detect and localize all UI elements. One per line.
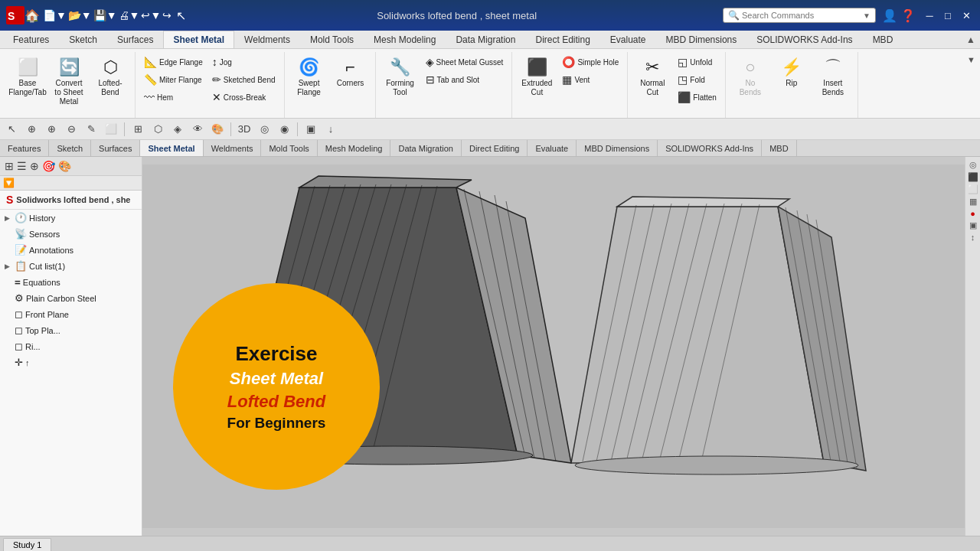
tree-annotations[interactable]: 📝 Annotations	[0, 242, 142, 258]
tree-history[interactable]: ▶ 🕐 History	[0, 210, 142, 226]
vt-realview-btn[interactable]: ◉	[276, 121, 292, 138]
base-flange-button[interactable]: ⬜ BaseFlange/Tab	[8, 54, 47, 103]
tab-direct-editing[interactable]: Direct Editing	[525, 31, 599, 48]
tab-surfaces[interactable]: Surfaces	[107, 31, 163, 48]
vt-edit-appear-btn[interactable]: 🎨	[209, 121, 226, 138]
normal-cut-button[interactable]: ✂ Normal Cut	[632, 54, 672, 103]
miter-flange-button[interactable]: 📏 Miter Flange	[140, 71, 207, 88]
minimize-button[interactable]: ─	[922, 8, 937, 23]
vt-display-btn[interactable]: ▣	[302, 121, 319, 138]
sec-tab-sheet-metal[interactable]: Sheet Metal	[140, 140, 203, 156]
sec-tab-direct-editing[interactable]: Direct Editing	[462, 140, 528, 156]
sec-tab-mbd[interactable]: MBD	[762, 140, 796, 156]
vp-icon-6[interactable]: ▣	[969, 220, 977, 230]
convert-to-sheet-metal-button[interactable]: 🔄 Convertto SheetMetal	[49, 54, 89, 110]
quick-access-open[interactable]: 📂▼	[68, 9, 92, 21]
tab-weldments[interactable]: Weldments	[234, 31, 300, 48]
sidebar-filter-icon[interactable]: 🔽	[3, 178, 15, 188]
vt-section-view-btn[interactable]: ⊞	[129, 121, 146, 138]
ribbon-collapse-icon[interactable]: ▲	[966, 34, 975, 45]
sec-tab-solidworks-addins[interactable]: SOLIDWORKS Add-Ins	[658, 140, 762, 156]
tree-cut-list[interactable]: ▶ 📋 Cut list(1)	[0, 258, 142, 274]
sec-tab-evaluate[interactable]: Evaluate	[528, 140, 577, 156]
vt-zoom-out-btn[interactable]: ⊖	[63, 121, 80, 138]
study-tab-1[interactable]: Study 1	[3, 538, 51, 551]
quick-access-redo[interactable]: ↪	[162, 9, 172, 21]
vt-sketch-btn[interactable]: ✎	[83, 121, 100, 138]
vent-button[interactable]: ▦ Vent	[558, 71, 622, 88]
maximize-button[interactable]: □	[940, 8, 956, 23]
quick-access-print[interactable]: 🖨▼	[119, 9, 140, 21]
tab-and-slot-button[interactable]: ⊟ Tab and Slot	[422, 71, 508, 88]
tab-sketch[interactable]: Sketch	[59, 31, 107, 48]
ribbon-more-icon[interactable]: ▼	[967, 55, 975, 64]
tree-top-plane[interactable]: ◻ Top Pla...	[0, 322, 142, 338]
tab-mbd-dimensions[interactable]: MBD Dimensions	[656, 31, 747, 48]
tab-sheet-metal[interactable]: Sheet Metal	[163, 31, 234, 48]
simple-hole-button[interactable]: ⭕ Simple Hole	[558, 54, 622, 70]
vt-hide-show-btn[interactable]: 👁	[189, 121, 206, 138]
tab-mesh-modeling[interactable]: Mesh Modeling	[364, 31, 446, 48]
help-icon[interactable]: ❓	[900, 8, 916, 23]
fold-button[interactable]: ◳ Fold	[674, 71, 720, 88]
tree-origin[interactable]: ✛ ↑	[0, 354, 142, 370]
user-icon[interactable]: 👤	[882, 8, 897, 23]
vt-zoom-in-btn[interactable]: ⊕	[43, 121, 60, 138]
vt-arrow-btn[interactable]: ↓	[322, 121, 339, 138]
flatten-button[interactable]: ⬛ Flatten	[674, 89, 720, 106]
vt-box-select-btn[interactable]: ⬜	[103, 121, 119, 138]
sec-tab-mbd-dimensions[interactable]: MBD Dimensions	[577, 140, 658, 156]
sidebar-icon-3[interactable]: ⊕	[30, 160, 39, 172]
tab-mbd[interactable]: MBD	[863, 31, 903, 48]
vp-icon-5[interactable]: ●	[970, 209, 975, 218]
insert-bends-button[interactable]: ⌒ InsertBends	[813, 54, 853, 103]
vt-select-btn[interactable]: ↖	[3, 121, 20, 138]
quick-access-save[interactable]: 💾▼	[93, 9, 117, 21]
vp-icon-1[interactable]: ◎	[969, 160, 977, 170]
unfold-button[interactable]: ◱ Unfold	[674, 54, 720, 70]
tab-solidworks-addins[interactable]: SOLIDWORKS Add-Ins	[746, 31, 862, 48]
vp-icon-3[interactable]: ⬜	[968, 184, 978, 194]
sec-tab-mold-tools[interactable]: Mold Tools	[261, 140, 317, 156]
vt-display-style-btn[interactable]: ◈	[169, 121, 186, 138]
quick-access-home[interactable]: 🏠	[24, 8, 40, 23]
quick-access-new[interactable]: 📄▼	[43, 9, 67, 21]
sec-tab-mesh-modeling[interactable]: Mesh Modeling	[318, 140, 391, 156]
vt-zoom-to-fit-btn[interactable]: ⊕	[23, 121, 40, 138]
sketched-bend-button[interactable]: ✏ Sketched Bend	[208, 71, 279, 88]
tree-equations[interactable]: = Equations	[0, 274, 142, 290]
sec-tab-sketch[interactable]: Sketch	[49, 140, 91, 156]
select-tool[interactable]: ↖	[176, 8, 186, 23]
jog-button[interactable]: ↕ Jog	[208, 54, 279, 70]
tab-data-migration[interactable]: Data Migration	[446, 31, 525, 48]
sec-tab-data-migration[interactable]: Data Migration	[390, 140, 462, 156]
search-input[interactable]	[742, 11, 863, 20]
vt-3d-btn[interactable]: 3D	[236, 121, 253, 138]
tab-mold-tools[interactable]: Mold Tools	[300, 31, 364, 48]
search-dropdown-icon[interactable]: ▼	[863, 11, 871, 20]
sec-tab-features[interactable]: Features	[0, 140, 49, 156]
tab-features[interactable]: Features	[3, 31, 59, 48]
sec-tab-weldments[interactable]: Weldments	[204, 140, 262, 156]
tree-right-plane[interactable]: ◻ Ri...	[0, 338, 142, 354]
tree-sensors[interactable]: 📡 Sensors	[0, 226, 142, 242]
corners-button[interactable]: ⌐ Corners	[331, 54, 371, 103]
sidebar-icon-2[interactable]: ☰	[17, 160, 27, 172]
sidebar-icon-5[interactable]: 🎨	[58, 160, 71, 172]
viewport[interactable]: Exercise Sheet Metal Lofted Bend For Beg…	[142, 157, 980, 536]
close-button[interactable]: ✕	[959, 8, 974, 23]
sheet-metal-gusset-button[interactable]: ◈ Sheet Metal Gusset	[422, 54, 508, 70]
no-bends-button[interactable]: ○ NoBends	[730, 54, 770, 103]
lofted-bend-button[interactable]: ⬡ Lofted-Bend	[90, 54, 130, 103]
hem-button[interactable]: 〰 Hem	[140, 89, 207, 106]
sidebar-icon-4[interactable]: 🎯	[42, 160, 55, 172]
sec-tab-surfaces[interactable]: Surfaces	[91, 140, 140, 156]
tree-plain-carbon-steel[interactable]: ⚙ Plain Carbon Steel	[0, 290, 142, 306]
edge-flange-button[interactable]: 📐 Edge Flange	[140, 54, 207, 70]
tab-evaluate[interactable]: Evaluate	[600, 31, 656, 48]
cross-break-button[interactable]: ✕ Cross-Break	[208, 89, 279, 106]
swept-flange-button[interactable]: 🌀 SweptFlange	[289, 54, 329, 103]
vt-render-btn[interactable]: ◎	[256, 121, 273, 138]
forming-tool-button[interactable]: 🔧 Forming Tool	[381, 54, 420, 103]
vp-icon-2[interactable]: ⬛	[968, 172, 978, 182]
